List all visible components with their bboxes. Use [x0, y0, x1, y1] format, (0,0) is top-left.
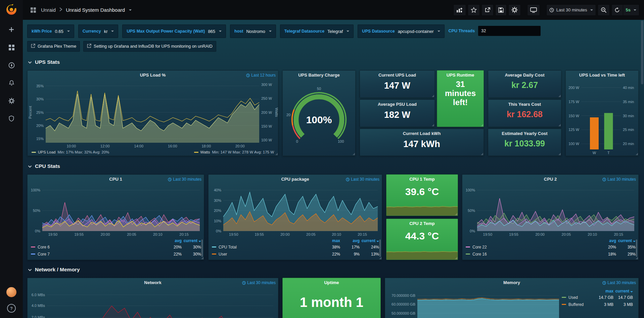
- panel-title[interactable]: Current Load kWh: [360, 131, 484, 136]
- variable-kwh-price[interactable]: kWh Price 0.65: [27, 25, 74, 38]
- caret-down-icon: [347, 31, 349, 32]
- legend-column-header[interactable]: current: [613, 289, 633, 293]
- save-dashboard-button[interactable]: [495, 4, 507, 16]
- grafana-logo-icon[interactable]: [5, 4, 17, 17]
- variable-telegraf-datasource[interactable]: Telegraf Datasource Telegraf: [280, 25, 354, 38]
- svg-text:70.000000 GB: 70.000000 GB: [392, 293, 415, 298]
- section-cpu-stats[interactable]: CPU Stats: [28, 163, 639, 170]
- panel-title[interactable]: Network: [28, 280, 278, 285]
- refresh-interval-picker[interactable]: 5s: [623, 4, 639, 16]
- legend-scrollbar[interactable]: [201, 239, 203, 257]
- cpu-threads-input[interactable]: 32: [478, 26, 541, 36]
- dashboards-icon[interactable]: [7, 43, 16, 52]
- configuration-gear-icon[interactable]: [7, 96, 16, 105]
- add-panel-button[interactable]: [453, 4, 466, 16]
- memory-chart[interactable]: 50.000000 GB60.000000 GB70.000000 GB19:5…: [385, 287, 564, 318]
- star-dashboard-button[interactable]: [468, 4, 480, 16]
- link-label: Grafana Plex Theme: [38, 44, 76, 49]
- svg-text:30 min: 30 min: [623, 114, 634, 118]
- panel-title[interactable]: UPS Runtime: [437, 73, 484, 78]
- panel-title[interactable]: UPS Load vs Time left: [566, 73, 638, 78]
- ups-battery-gauge[interactable]: 02050100100%: [283, 79, 355, 155]
- explore-compass-icon[interactable]: [7, 61, 16, 70]
- legend-row[interactable]: Buffered3 MB3 MB: [562, 301, 633, 308]
- cpu-2-chart[interactable]: 0%50%100%19:5019:5520:0020:0520:1020:15: [462, 183, 638, 237]
- caret-down-icon[interactable]: [129, 9, 132, 11]
- svg-text:20:00: 20:00: [280, 232, 290, 236]
- panel-current-load-kwh: Current Load kWh 147 kWh: [360, 129, 484, 156]
- help-icon[interactable]: ?: [7, 304, 16, 313]
- ups-load-vs-time-chart[interactable]: 100 W125 W150 W175 W200 W20 min25 min30 …: [566, 79, 638, 155]
- network-chart[interactable]: 2.0 MBs4.0 MBs6.0 MBs19:5019:5520:0020:0…: [28, 287, 278, 318]
- cpu-package-chart[interactable]: 0%10%20%30%40%19:5019:5520:0020:0520:102…: [209, 183, 382, 237]
- server-admin-shield-icon[interactable]: [7, 114, 16, 123]
- caret-down-icon: [67, 31, 70, 32]
- ups-stat-grid: Current UPS Load 147 W UPS Runtime 31 mi…: [360, 70, 484, 156]
- panel-cpu-1: CPU 1 Last 30 minutes 0%50%100%19:5019:5…: [27, 174, 204, 260]
- chevron-down-icon: [28, 59, 32, 65]
- legend-scrollbar[interactable]: [379, 239, 381, 257]
- legend-column-header[interactable]: current: [360, 238, 379, 243]
- create-plus-icon[interactable]: [7, 25, 16, 34]
- legend-column-header[interactable]: avg: [162, 238, 182, 243]
- section-ups-stats[interactable]: UPS Stats: [28, 58, 639, 66]
- variable-host[interactable]: host Nostromo: [230, 25, 276, 38]
- page-scrollbar-thumb[interactable]: [641, 20, 643, 84]
- legend-column-header[interactable]: current: [182, 238, 201, 243]
- panel-title[interactable]: Current UPS Load: [360, 73, 434, 78]
- link-ups-monitoring-guide[interactable]: Setting up Grafana and InfluxDB for UPS …: [83, 41, 216, 52]
- link-grafana-plex-theme[interactable]: Grafana Plex Theme: [27, 41, 80, 52]
- panel-title[interactable]: UPS Battery Charge: [283, 73, 355, 78]
- time-range-label: Last 30 minutes: [556, 7, 587, 12]
- template-variables-row: kWh Price 0.65 Currency kr UPS Max Outpu…: [27, 25, 639, 38]
- variable-ups-datasource[interactable]: UPS Datasource apcupsd-container: [358, 25, 444, 38]
- legend-scrollbar[interactable]: [636, 239, 637, 257]
- panel-title[interactable]: Average Daily Cost: [488, 73, 561, 78]
- ups-load-chart[interactable]: 15%20%25%30%35%100 W150 W200 W250 W300 W…: [28, 79, 278, 149]
- section-network-memory[interactable]: Network / Memory: [28, 266, 639, 273]
- panel-title[interactable]: Estimated Yearly Cost: [488, 131, 561, 136]
- refresh-button[interactable]: [611, 4, 623, 16]
- legend-item[interactable]: UPS LoadMin: 17% Max: 32% Avg: 20%: [32, 150, 109, 154]
- legend-item[interactable]: WattsMin: 147 W Max: 278 W Avg: 175 W: [194, 150, 274, 154]
- panel-title[interactable]: CPU 2 Temp: [386, 221, 458, 226]
- apps-grid-icon[interactable]: [29, 6, 38, 14]
- legend-column-header[interactable]: max: [321, 238, 340, 243]
- panel-title[interactable]: This Years Cost: [488, 102, 561, 107]
- legend-row[interactable]: Core 2220%35%: [466, 243, 636, 251]
- panel-title[interactable]: Memory: [385, 280, 638, 285]
- dashboard-settings-button[interactable]: [508, 4, 521, 16]
- user-avatar[interactable]: [6, 287, 16, 297]
- time-range-picker[interactable]: Last 30 minutes: [546, 4, 596, 16]
- panel-title[interactable]: UPS Load %: [28, 73, 278, 78]
- cpu-1-chart[interactable]: 0%50%100%19:5019:5520:0020:0520:1020:15: [28, 183, 204, 237]
- panel-average-psu-load: Average PSU Load 182 W: [360, 99, 435, 127]
- panel-title[interactable]: Uptime: [283, 280, 380, 285]
- svg-text:40%: 40%: [214, 188, 221, 192]
- legend-row[interactable]: CPU Total38%17%24%: [212, 243, 379, 251]
- svg-text:25%: 25%: [36, 110, 44, 115]
- legend-row[interactable]: Core 620%30%: [31, 243, 201, 251]
- variable-label: UPS Datasource: [362, 29, 395, 34]
- legend-column-header[interactable]: max: [594, 289, 613, 293]
- share-dashboard-button[interactable]: [481, 4, 494, 16]
- alerting-bell-icon[interactable]: [7, 79, 16, 87]
- panel-current-ups-load: Current UPS Load 147 W: [360, 70, 435, 98]
- chevron-right-icon: [59, 7, 62, 13]
- panel-title[interactable]: CPU 1 Temp: [386, 177, 458, 182]
- panel-title[interactable]: Average PSU Load: [360, 102, 434, 107]
- dashboard-title[interactable]: Unraid System Dashboard: [66, 7, 125, 13]
- legend-column-header[interactable]: avg: [597, 238, 616, 243]
- tv-mode-button[interactable]: [527, 4, 540, 16]
- zoom-out-button[interactable]: [598, 4, 610, 16]
- legend-column-header[interactable]: avg: [340, 238, 360, 243]
- svg-text:50%: 50%: [33, 209, 40, 213]
- breadcrumb-app[interactable]: Unraid: [41, 7, 56, 13]
- legend-row[interactable]: Used14.7 GB14.7 GB: [562, 294, 633, 301]
- legend-row[interactable]: User22%9%13%: [212, 251, 379, 258]
- variable-currency[interactable]: Currency kr: [78, 25, 119, 38]
- variable-ups-max-output[interactable]: UPS Max Output Power Capacity (Watt) 865: [122, 25, 226, 38]
- legend-row[interactable]: Core 1618%29%: [466, 251, 636, 258]
- legend-row[interactable]: Core 722%30%: [31, 251, 201, 258]
- legend-column-header[interactable]: current: [616, 238, 636, 243]
